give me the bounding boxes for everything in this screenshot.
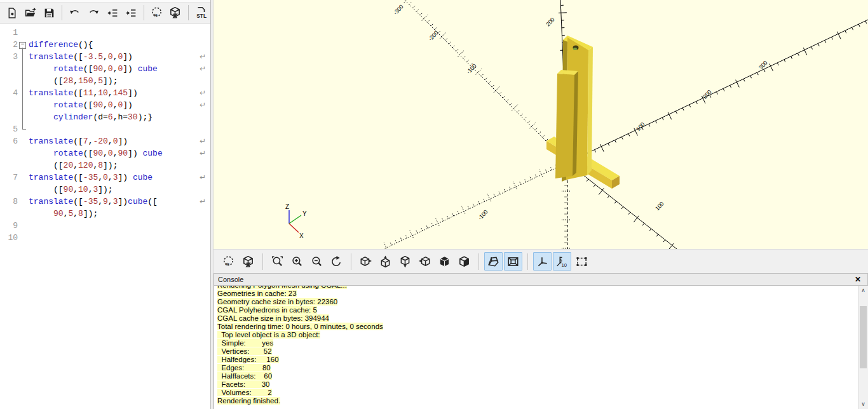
axis-tick	[458, 51, 463, 57]
3d-viewport[interactable]: 100200300100-100-100-200-300200ZYX	[214, 0, 868, 249]
axis-tick	[832, 37, 833, 39]
console-line: Simple: yes	[217, 339, 859, 347]
view-left-button[interactable]	[416, 252, 434, 271]
line-number	[0, 99, 18, 111]
line-wrap-icon: ↵	[200, 147, 206, 159]
code-row[interactable]: 1	[0, 27, 210, 39]
code-row[interactable]: 9	[0, 220, 210, 232]
code-text: rotate([90,0,0]) cube	[29, 63, 158, 75]
viewfront-icon	[438, 255, 451, 268]
svg-text:»: »	[226, 260, 230, 268]
redo-button[interactable]	[85, 4, 102, 22]
toolbar-separator	[478, 253, 479, 270]
code-row[interactable]: 4translate([11,10,145])↵	[0, 87, 210, 99]
new-file-button[interactable]	[3, 4, 20, 22]
console-line: CGAL Polyhedrons in cache: 5	[217, 306, 859, 314]
axis-scale-label: -100	[477, 208, 489, 221]
axis-tick	[487, 194, 491, 201]
viewtop-icon	[379, 255, 392, 268]
line-number: 5	[0, 123, 18, 135]
axis-tick	[797, 53, 799, 56]
zoom-out-button[interactable]	[308, 252, 326, 271]
axis-tick	[458, 211, 459, 213]
line-number: 1	[0, 27, 18, 39]
indicator-z-label: Z	[285, 203, 289, 210]
code-editor[interactable]: 12−difference(){3translate([-3.5,0,0])↵ …	[0, 24, 210, 409]
view-top-button[interactable]	[376, 252, 395, 271]
fold-column	[18, 147, 29, 159]
code-row[interactable]: 7translate([-35,0,3]) cube↵	[0, 171, 210, 184]
line-number: 3	[0, 51, 18, 63]
axis-tick	[463, 57, 465, 58]
newfile-icon	[6, 7, 18, 19]
axis-tick	[440, 33, 445, 39]
indent-button[interactable]	[122, 4, 139, 22]
show-scale-markers-button[interactable]: 10	[553, 252, 571, 271]
toolbar-separator	[527, 253, 528, 270]
console-output[interactable]: Rendering Polygon Mesh using CGAL...Geom…	[214, 286, 859, 409]
axis-tick	[452, 46, 454, 48]
code-row[interactable]: cylinder(d=6,h=30);}	[0, 111, 210, 123]
render-button[interactable]	[166, 4, 184, 22]
scrollbar-thumb[interactable]	[860, 306, 867, 368]
render-button[interactable]	[239, 252, 257, 271]
code-row[interactable]: ([90,10,3]);	[0, 184, 210, 196]
code-row[interactable]: 8translate([-35,9,3])cube([↵	[0, 196, 210, 208]
axis-tick	[395, 240, 397, 243]
stl-icon: STL	[194, 6, 208, 19]
view-bottom-button[interactable]	[396, 252, 414, 271]
view-back-button[interactable]	[455, 252, 473, 271]
axis-tick	[410, 231, 414, 238]
save-file-button[interactable]	[41, 4, 58, 22]
view-right-button[interactable]	[356, 252, 375, 271]
code-text: translate([-3.5,0,0])	[29, 51, 133, 63]
scroll-down-icon[interactable]: ∨	[859, 399, 867, 409]
axis-tick	[506, 100, 508, 102]
axis-tick	[390, 243, 391, 245]
show-axes-button[interactable]	[533, 252, 552, 271]
view-front-button[interactable]	[435, 252, 454, 271]
code-row[interactable]: 2−difference(){	[0, 39, 210, 51]
preview-button[interactable]: »	[148, 4, 165, 22]
code-row[interactable]: 10	[0, 232, 210, 244]
zoom-all-button[interactable]	[268, 252, 287, 271]
console-line: Geometry cache size in bytes: 22360	[217, 298, 859, 306]
code-row[interactable]: 6translate([7,-20,0])↵	[0, 135, 210, 147]
code-row[interactable]: ([20,120,8]);	[0, 159, 210, 171]
unindent-button[interactable]	[104, 4, 121, 22]
console-scrollbar[interactable]: ∧ ∨	[858, 286, 868, 409]
show-edges-button[interactable]	[573, 252, 591, 271]
code-row[interactable]: rotate([90,0,90]) cube↵	[0, 147, 210, 159]
code-text: difference(){	[29, 39, 93, 51]
view-perspective-button[interactable]	[484, 252, 503, 271]
axis-tick	[743, 79, 745, 81]
open-file-button[interactable]	[22, 4, 39, 22]
axis-scale-label: 100	[654, 201, 665, 212]
axis-tick	[510, 103, 512, 105]
code-row[interactable]: ([28,150,5]);	[0, 75, 210, 87]
undo-icon	[69, 7, 81, 19]
code-row[interactable]: rotate([90,0,0])↵	[0, 99, 210, 111]
console-title-label: Console	[218, 276, 243, 283]
axis-tick	[675, 111, 677, 114]
export-stl-button[interactable]: STL	[193, 4, 210, 22]
code-row[interactable]: 90,5,8]);	[0, 208, 210, 220]
axis-tick	[426, 225, 428, 228]
undo-button[interactable]	[66, 4, 83, 22]
axis-tick	[406, 236, 407, 238]
axis-tick	[682, 108, 684, 111]
code-row[interactable]: rotate([90,0,0]) cube↵	[0, 63, 210, 75]
indicator-x-label: X	[299, 232, 304, 239]
console-close-button[interactable]: ✕	[852, 274, 864, 285]
line-number: 4	[0, 87, 18, 99]
code-row[interactable]: 3translate([-3.5,0,0])↵	[0, 51, 210, 63]
axis-tick	[551, 167, 552, 170]
fold-column	[18, 220, 29, 232]
reset-view-button[interactable]	[327, 252, 346, 271]
code-text: rotate([90,0,0])	[29, 99, 133, 111]
code-row[interactable]: 5	[0, 123, 210, 135]
scroll-up-icon[interactable]: ∧	[859, 286, 867, 295]
preview-button[interactable]: »	[219, 252, 238, 271]
view-orthogonal-button[interactable]	[504, 252, 522, 271]
zoom-in-button[interactable]	[288, 252, 306, 271]
